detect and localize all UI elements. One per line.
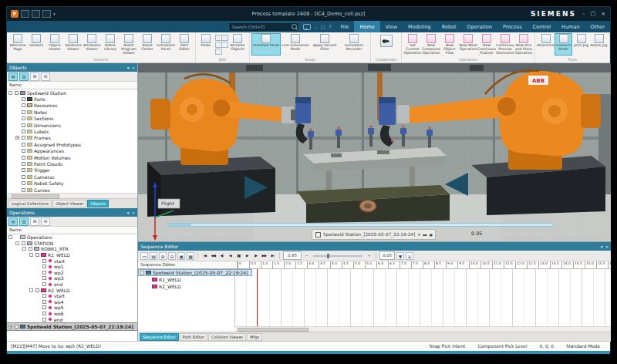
ribbon-button[interactable]: Robot Program Viewer xyxy=(120,33,138,56)
slider-plus-icon[interactable]: + xyxy=(366,254,373,258)
ribbon-button[interactable]: Robot Library xyxy=(101,33,120,56)
tree-item[interactable]: Parts xyxy=(7,96,137,102)
ribbon-button[interactable]: New Object Flow Operation xyxy=(440,33,459,56)
ribbon-button[interactable]: Simulation Recorder xyxy=(339,33,369,56)
expand-icon[interactable]: + xyxy=(8,325,12,329)
ribbon-button[interactable]: Continuous Process Generator xyxy=(496,33,514,56)
sequence-row[interactable]: - Spotweld Station_[2025-05-07_22:19:24] xyxy=(138,269,252,276)
pause-icon[interactable]: ▮▮ xyxy=(430,233,432,237)
tree-item[interactable]: wp6 xyxy=(7,311,137,317)
tree-item[interactable]: - R2_WELD xyxy=(7,287,137,293)
tree-item[interactable]: wp2 xyxy=(7,270,137,276)
panel-menu-icon[interactable]: ▾ xyxy=(601,244,603,249)
ribbon-button[interactable]: New Compound Operation xyxy=(422,33,440,56)
time-display[interactable]: 0.95 xyxy=(283,251,302,260)
panel-menu-icon[interactable]: ▾ xyxy=(127,66,130,70)
visibility-checkbox[interactable] xyxy=(22,123,25,127)
visibility-checkbox[interactable] xyxy=(22,156,25,160)
visibility-checkbox[interactable] xyxy=(22,97,25,101)
tree-collapse-icon[interactable]: ⊟ xyxy=(41,217,50,226)
ribbon-button[interactable]: Attachment xyxy=(537,33,555,56)
panel-tab[interactable]: Mfgs xyxy=(247,333,262,341)
jump-to-end-icon[interactable]: ▶| xyxy=(269,254,276,258)
ribbon-tab[interactable]: Home xyxy=(354,21,379,32)
visibility-checkbox[interactable] xyxy=(22,168,25,172)
gantt-area[interactable]: - Spotweld Station_[2025-05-07_22:19:24]… xyxy=(138,269,611,332)
panel-menu-icon[interactable]: ▾ xyxy=(127,211,130,215)
ribbon-button[interactable]: Simulation Panel xyxy=(157,33,175,56)
tree-filter-icon[interactable]: ▤ xyxy=(8,217,18,226)
expand-icon[interactable]: - xyxy=(140,271,144,275)
ribbon-button[interactable]: Viewers xyxy=(27,33,46,56)
timeline-cursor[interactable] xyxy=(257,269,258,327)
redo-icon[interactable] xyxy=(215,49,222,55)
visibility-checkbox[interactable] xyxy=(35,253,39,257)
weld-gun-right[interactable] xyxy=(379,97,396,147)
ribbon-button[interactable]: New Continuous Feature Operation xyxy=(477,33,496,56)
graphics-viewport[interactable]: ABB xyxy=(138,63,611,241)
ribbon-button[interactable]: Welcome Page xyxy=(8,33,27,56)
visibility-checkbox[interactable] xyxy=(22,241,25,245)
panel-close-icon[interactable]: × xyxy=(605,244,609,249)
tree-item[interactable]: Dimensions xyxy=(7,122,137,128)
tree-item[interactable]: end xyxy=(7,316,137,322)
visibility-checkbox[interactable] xyxy=(42,300,46,304)
ribbon-button[interactable]: Collision Mode xyxy=(555,33,572,56)
player-dropdown-icon[interactable]: ∨ xyxy=(417,232,420,237)
tree-item[interactable]: - Spotweld Station xyxy=(7,89,137,96)
ribbon-button[interactable]: Standard Mode xyxy=(251,33,281,56)
visibility-checkbox[interactable] xyxy=(15,91,19,95)
visibility-checkbox[interactable] xyxy=(22,130,25,133)
simulation-slider[interactable] xyxy=(167,223,553,227)
tree-item[interactable]: Resources xyxy=(7,103,137,109)
settings-icon[interactable]: ≡ xyxy=(406,252,413,260)
pause-icon[interactable]: ▮▮ xyxy=(235,254,242,258)
fast-forward-icon[interactable]: ▶▶ xyxy=(261,254,268,258)
panel-layout-icon[interactable]: □ xyxy=(321,24,325,29)
save-icon[interactable] xyxy=(21,10,29,18)
simulation-player[interactable]: Spotweld Station_[2025-05-07_22:19:24] ∨… xyxy=(312,229,436,240)
slider-minus-icon[interactable]: − xyxy=(303,254,310,258)
minimize-ribbon-icon[interactable]: – xyxy=(315,24,317,29)
visibility-checkbox[interactable] xyxy=(22,188,25,192)
play-backward-icon[interactable]: ◀ xyxy=(227,254,234,258)
ribbon-tab[interactable]: Robot xyxy=(437,21,462,32)
jump-to-start-icon[interactable]: |◀ xyxy=(201,254,208,258)
tree-item[interactable]: Motion Volumes xyxy=(7,154,137,160)
ribbon-tab[interactable]: File xyxy=(335,21,355,32)
ribbon-tab[interactable]: Operation xyxy=(462,21,497,32)
qat-customize-icon[interactable]: ▾ xyxy=(53,12,56,16)
sequence-row[interactable]: R2_WELD xyxy=(138,283,185,290)
tree-expand-icon[interactable]: ⊞ xyxy=(30,217,39,226)
tree-item[interactable]: + Frames xyxy=(7,135,137,141)
sequence-row[interactable]: R1_WELD xyxy=(138,276,185,283)
gantt-icon[interactable]: ▤ xyxy=(150,252,157,260)
skip-to-end-icon[interactable]: ▶▶ xyxy=(423,233,427,237)
tree-item[interactable]: Sections xyxy=(7,116,137,122)
tree-item[interactable]: start xyxy=(7,293,137,299)
step-forward-icon[interactable]: |▶ xyxy=(252,254,259,258)
visibility-checkbox[interactable] xyxy=(42,276,46,280)
expand-icon[interactable]: + xyxy=(15,136,19,140)
fast-backward-icon[interactable]: ◀◀ xyxy=(210,254,217,258)
visibility-checkbox[interactable] xyxy=(42,305,46,309)
ribbon-button[interactable]: Line Simulation Mode xyxy=(281,33,310,56)
tree-item[interactable]: wp4 xyxy=(7,299,137,305)
visibility-checkbox[interactable] xyxy=(22,175,25,179)
visibility-checkbox[interactable] xyxy=(42,271,46,275)
panel-close-icon[interactable]: × xyxy=(131,66,135,70)
visibility-checkbox[interactable] xyxy=(22,162,25,166)
collaborate-tool-icon[interactable]: ●▶ xyxy=(380,35,393,47)
export-icon[interactable]: ▼ xyxy=(396,252,404,260)
tree-item[interactable]: - R1_WELD xyxy=(7,252,137,258)
zoom-fit-icon[interactable]: ▣ xyxy=(177,252,185,260)
tree-expand-icon[interactable]: ⊞ xyxy=(30,72,39,81)
feedback-icon[interactable] xyxy=(303,24,311,30)
visibility-checkbox[interactable] xyxy=(22,116,25,120)
tree-sort-icon[interactable]: ▥ xyxy=(19,217,29,226)
panel-tab[interactable]: Objects xyxy=(87,200,109,207)
tree-item[interactable]: - ROBR1_RTR xyxy=(7,246,137,252)
visibility-checkbox[interactable] xyxy=(15,325,19,329)
ribbon-tab[interactable]: Modeling xyxy=(403,21,437,32)
tree-item[interactable]: Robot Safety xyxy=(7,180,137,186)
